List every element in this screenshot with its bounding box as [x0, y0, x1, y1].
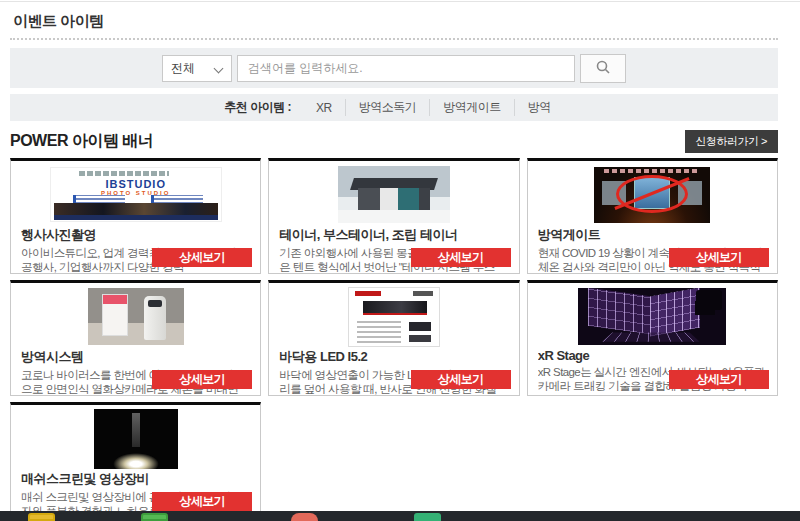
- card-image-led: [279, 288, 508, 345]
- power-item-card[interactable]: xR Stage xR Stage는 실시간 엔진에서 생성되는 아웃풋과 카메…: [527, 280, 778, 396]
- recommended-items-bar: 추천 아이템 : XR 방역소독기 방역게이트 방역: [10, 94, 778, 121]
- power-item-grid: IBSTUDIOPHOTO STUDIO 행사사진촬영 아이비스튜디오, 업계 …: [10, 158, 778, 518]
- red-app-icon[interactable]: [291, 513, 318, 521]
- green-app-icon[interactable]: [141, 513, 168, 521]
- content-area: 이벤트 아이템 전체 추천 아이템 : XR 방역소독기 방역게이트 방역 PO…: [10, 12, 778, 518]
- card-image-mesh-screen: [21, 410, 250, 467]
- page-title: 이벤트 아이템: [13, 12, 778, 31]
- search-icon: [595, 59, 611, 78]
- chevron-down-icon: [215, 64, 223, 72]
- search-input[interactable]: [237, 55, 575, 82]
- search-button[interactable]: [580, 54, 626, 83]
- card-image-system: [21, 288, 250, 345]
- card-title: xR Stage: [538, 348, 767, 363]
- card-title: 테이너, 부스테이너, 조립 테이너: [279, 226, 508, 244]
- card-title: 매쉬스크린및 영상장비: [21, 470, 250, 488]
- detail-button[interactable]: 상세보기: [669, 370, 769, 389]
- power-item-card[interactable]: IBSTUDIOPHOTO STUDIO 행사사진촬영 아이비스튜디오, 업계 …: [10, 158, 261, 274]
- card-title: 방역시스템: [21, 348, 250, 366]
- recommended-label: 추천 아이템 :: [224, 99, 291, 116]
- search-category-value: 전체: [171, 60, 195, 77]
- taskbar: [0, 511, 800, 521]
- recommended-item-sterilizer[interactable]: 방역소독기: [345, 99, 430, 116]
- card-image-ibstudio: IBSTUDIOPHOTO STUDIO: [21, 166, 250, 223]
- section-title: POWER 아이템 배너: [10, 131, 153, 152]
- card-title: 바닥용 LED I5.2: [279, 348, 508, 366]
- detail-button[interactable]: 상세보기: [152, 370, 252, 389]
- page-top-divider: [0, 0, 800, 2]
- detail-button[interactable]: 상세보기: [411, 370, 511, 389]
- card-image-xr-stage: [538, 288, 767, 345]
- card-image-tainer: [279, 166, 508, 223]
- card-title: 방역게이트: [538, 226, 767, 244]
- recommended-item-gate[interactable]: 방역게이트: [429, 99, 514, 116]
- detail-button[interactable]: 상세보기: [411, 248, 511, 267]
- power-item-section-header: POWER 아이템 배너 신청하러가기 >: [10, 130, 778, 152]
- apply-button[interactable]: 신청하러가기 >: [685, 130, 778, 153]
- recommended-item-quarantine[interactable]: 방역: [514, 99, 564, 116]
- card-image-gate: [538, 166, 767, 223]
- power-item-card[interactable]: 방역게이트 현재 COVID 19 상황이 계속되는 가운데 단순히 체온 검사…: [527, 158, 778, 274]
- power-item-card[interactable]: 바닥용 LED I5.2 바닥에 영상연출이 가능한 LED로 기존 강화유리를…: [268, 280, 519, 396]
- search-category-select[interactable]: 전체: [162, 55, 232, 82]
- power-item-card[interactable]: 방역시스템 코로나 바이러스를 한번에 예방할 수 있는 제품으로 안면인식 열…: [10, 280, 261, 396]
- detail-button[interactable]: 상세보기: [152, 248, 252, 267]
- teal-app-icon[interactable]: [414, 513, 441, 521]
- card-title: 행사사진촬영: [21, 226, 250, 244]
- yellow-app-icon[interactable]: [28, 513, 55, 521]
- detail-button[interactable]: 상세보기: [669, 248, 769, 267]
- power-item-card[interactable]: 테이너, 부스테이너, 조립 테이너 기존 야외행사에 사용된 몽골텐트나 돔텐…: [268, 158, 519, 274]
- power-item-card[interactable]: 매쉬스크린및 영상장비 매쉬 스크린및 영상장비에 관하여 숙련된 기술자와 풍…: [10, 402, 261, 518]
- detail-button[interactable]: 상세보기: [152, 492, 252, 511]
- recommended-item-xr[interactable]: XR: [303, 101, 345, 115]
- title-divider: [10, 38, 778, 40]
- search-panel: 전체: [10, 48, 778, 88]
